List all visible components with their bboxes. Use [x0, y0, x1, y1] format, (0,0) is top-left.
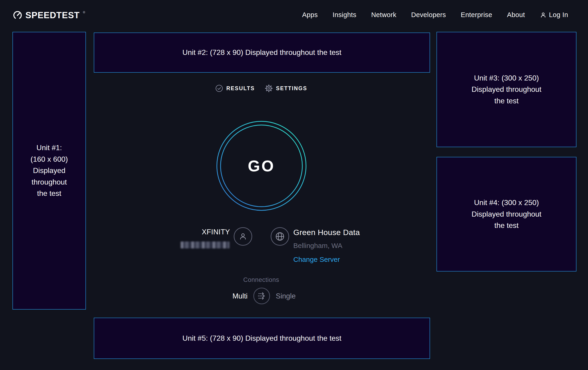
isp-name: XFINITY [173, 228, 230, 236]
connections-option-single[interactable]: Single [276, 292, 296, 300]
go-button-label: GO [216, 121, 307, 211]
person-icon [238, 232, 248, 241]
ad-unit-3-label: Unit #3: (300 x 250) Displayed throughou… [472, 72, 541, 107]
gear-icon [265, 84, 273, 92]
tab-settings[interactable]: SETTINGS [265, 84, 307, 92]
connections-toggle[interactable] [253, 288, 270, 304]
isp-avatar [234, 227, 252, 246]
logo-text: SPEEDTEST [25, 10, 80, 20]
server-globe-badge [271, 227, 289, 246]
tab-results[interactable]: RESULTS [215, 84, 255, 92]
nav-item-insights[interactable]: Insights [333, 11, 356, 19]
login-button[interactable]: Log In [540, 11, 568, 19]
tab-results-label: RESULTS [226, 85, 255, 91]
check-circle-icon [215, 84, 223, 92]
change-server-link[interactable]: Change Server [293, 256, 340, 263]
nav-item-about[interactable]: About [507, 11, 525, 19]
globe-icon [275, 231, 285, 241]
multi-connections-icon [256, 290, 267, 301]
nav-item-apps[interactable]: Apps [302, 11, 318, 19]
ad-unit-4[interactable]: Unit #4: (300 x 250) Displayed throughou… [437, 157, 577, 271]
speedtest-gauge-icon [12, 10, 23, 20]
tabs-bar: RESULTS [86, 84, 437, 92]
ad-unit-5-label: Unit #5: (728 x 90) Displayed throughout… [182, 333, 341, 344]
nav-item-developers[interactable]: Developers [411, 11, 446, 19]
server-name: Green House Data [293, 228, 360, 237]
ad-unit-1-label: Unit #1: (160 x 600) Displayed throughou… [31, 142, 68, 199]
ad-unit-3[interactable]: Unit #3: (300 x 250) Displayed throughou… [437, 32, 577, 147]
nav-item-enterprise[interactable]: Enterprise [461, 11, 492, 19]
login-label: Log In [549, 11, 568, 19]
ad-unit-2[interactable]: Unit #2: (728 x 90) Displayed throughout… [94, 32, 430, 73]
go-button[interactable]: GO [216, 121, 307, 211]
ad-unit-5[interactable]: Unit #5: (728 x 90) Displayed throughout… [94, 318, 430, 359]
user-icon [540, 11, 547, 19]
nav-links: Apps Insights Network Developers Enterpr… [302, 11, 568, 19]
connections-option-multi[interactable]: Multi [201, 292, 248, 300]
connections-label: Connections [86, 276, 437, 283]
speedtest-page: SPEEDTEST ® Apps Insights Network Develo… [0, 0, 588, 370]
logo-trademark: ® [83, 11, 85, 14]
server-info: Green House Data Bellingham, WA Change S… [293, 228, 360, 263]
ad-unit-2-label: Unit #2: (728 x 90) Displayed throughout… [182, 47, 341, 58]
server-location: Bellingham, WA [293, 242, 360, 250]
ad-unit-1[interactable]: Unit #1: (160 x 600) Displayed throughou… [12, 32, 86, 310]
speedtest-logo[interactable]: SPEEDTEST ® [12, 10, 85, 20]
ad-unit-4-label: Unit #4: (300 x 250) Displayed throughou… [472, 197, 541, 231]
tab-settings-label: SETTINGS [276, 85, 307, 91]
censored-ip-address [181, 241, 230, 249]
nav-item-network[interactable]: Network [371, 11, 396, 19]
